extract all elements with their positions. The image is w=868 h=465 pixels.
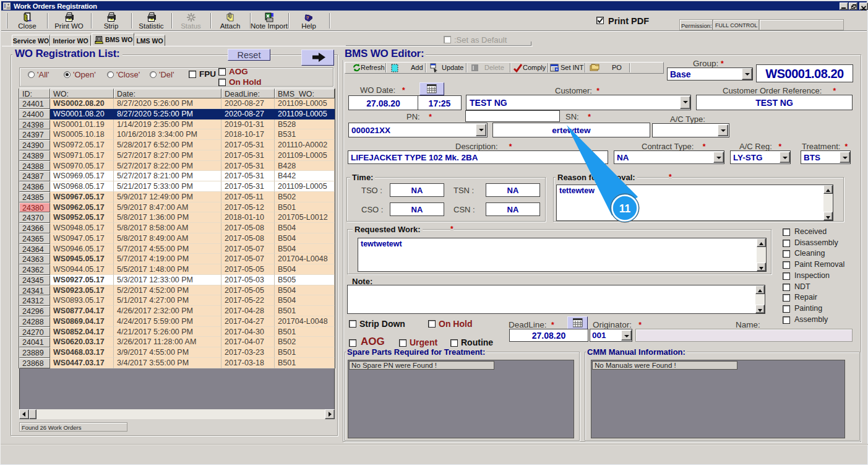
svg-text:11: 11 <box>619 202 631 215</box>
svg-text:?: ? <box>306 15 309 20</box>
